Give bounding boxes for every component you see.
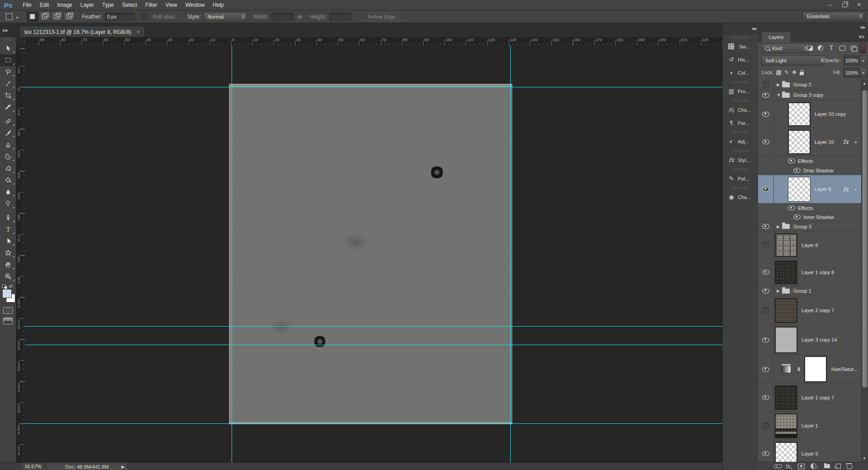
dock-item-styl[interactable]: fxStyl... <box>723 153 759 166</box>
dock-item-par[interactable]: ¶Par... <box>723 116 759 129</box>
layer-row-layer-6[interactable]: Layer 6 <box>758 232 861 259</box>
dock-item-sw[interactable]: Sw... <box>723 40 759 53</box>
layer-filtering-toggle[interactable] <box>859 43 866 53</box>
dock-grip[interactable] <box>732 131 749 133</box>
preset-dropdown-icon[interactable]: ▼ <box>15 16 19 20</box>
canvas-viewport[interactable] <box>25 45 722 462</box>
layer-name[interactable]: Layer 2 copy 7 <box>802 308 834 313</box>
default-colors-icon[interactable] <box>2 285 7 289</box>
horizontal-guide[interactable] <box>25 423 722 424</box>
screen-mode-button[interactable] <box>3 318 13 324</box>
fill-field[interactable]: 100% ▼ <box>844 68 867 78</box>
healing-brush-tool[interactable] <box>0 115 16 127</box>
expand--icon[interactable]: ▶ <box>777 289 782 293</box>
layer-row-hue-satur-[interactable]: 8Hue/Satur... <box>758 355 861 384</box>
scroll-down-icon[interactable]: ▼ <box>862 456 867 461</box>
tab-overflow-icon[interactable]: ▶▶ <box>3 28 8 33</box>
eraser-tool[interactable] <box>0 162 16 174</box>
brush-tool[interactable] <box>0 127 16 139</box>
layer-row-layer-3-copy-14[interactable]: Layer 3 copy 14 <box>758 325 861 355</box>
adjustment-layer-filter-icon[interactable] <box>816 43 825 52</box>
workspace-switcher[interactable]: Essentials ▲▼ <box>803 12 864 21</box>
lock-transparency-icon[interactable] <box>776 70 781 75</box>
visibility-toggle[interactable] <box>758 296 774 324</box>
visibility-toggle[interactable] <box>758 80 774 90</box>
visibility-toggle[interactable] <box>758 90 774 100</box>
layer-row-layer-1-copy-7[interactable]: Layer 1 copy 7 <box>758 384 861 412</box>
visibility-toggle[interactable] <box>758 232 774 258</box>
dock-grip[interactable] <box>732 81 749 83</box>
fx-badge[interactable]: fx <box>843 138 849 145</box>
visibility-toggle[interactable] <box>758 286 774 296</box>
layer-thumbnail[interactable] <box>775 234 797 256</box>
layer-row-effects[interactable]: Effects <box>758 156 861 166</box>
layer-mask-thumbnail[interactable] <box>805 356 826 382</box>
restore-button[interactable] <box>837 0 852 9</box>
collapse-dock-icon[interactable]: ▶▶ <box>861 25 865 29</box>
path-selection-tool[interactable] <box>0 235 16 247</box>
expand--icon[interactable]: ▶ <box>777 82 782 87</box>
visibility-toggle[interactable] <box>758 222 774 231</box>
link-layers-icon[interactable] <box>774 465 779 468</box>
pen-tool[interactable] <box>0 212 16 223</box>
dock-grip[interactable] <box>732 36 749 38</box>
pixel-layer-filter-icon[interactable] <box>805 43 814 52</box>
layer-name[interactable]: Layer 10 <box>815 139 834 145</box>
visibility-toggle[interactable] <box>758 166 801 175</box>
lock-all-icon[interactable] <box>800 70 804 75</box>
layer-thumbnail[interactable] <box>788 103 810 126</box>
hand-tool[interactable] <box>0 259 16 271</box>
layer-row-layer-5[interactable]: Layer 5 <box>758 440 861 462</box>
dock-grip[interactable] <box>732 168 749 171</box>
expand-collapse-icon[interactable]: ▼ <box>777 93 782 97</box>
type-tool[interactable]: T <box>0 223 16 235</box>
new-group-icon[interactable] <box>824 464 830 468</box>
quick-mask-button[interactable] <box>3 307 13 314</box>
swap-colors-icon[interactable]: ⇄ <box>9 284 13 289</box>
rectangular-marquee-tool[interactable] <box>0 54 16 66</box>
layer-name[interactable]: Layer 1 <box>802 423 818 428</box>
dodge-tool[interactable] <box>0 198 16 209</box>
layer-thumbnail[interactable] <box>788 130 810 154</box>
group-row-group-1[interactable]: ▶Group 1 <box>758 286 861 296</box>
layer-name[interactable]: Layer 3 copy 14 <box>802 337 837 342</box>
layer-row-layer-1-copy-8[interactable]: Layer 1 copy 8 <box>758 259 861 286</box>
intersect-selection-button[interactable] <box>63 12 75 22</box>
toolbar-grip[interactable] <box>4 38 12 41</box>
layer-thumbnail[interactable] <box>788 177 810 201</box>
layer-row-drop-shadow[interactable]: Drop Shadow <box>758 166 861 175</box>
visibility-toggle[interactable] <box>758 440 774 462</box>
layer-mask-icon[interactable] <box>798 464 805 469</box>
layer-row-effects[interactable]: Effects <box>758 204 861 213</box>
horizontal-guide[interactable] <box>25 87 722 87</box>
layer-row-layer-10[interactable]: Layer 10fx▲ <box>758 128 861 156</box>
antialias-checkbox[interactable] <box>142 14 148 19</box>
document-canvas[interactable] <box>229 84 512 424</box>
menu-image[interactable]: Image <box>53 0 76 10</box>
shape-layer-filter-icon[interactable] <box>838 43 847 52</box>
layer-name[interactable]: Hue/Satur... <box>831 366 858 372</box>
move-tool[interactable] <box>0 43 16 54</box>
vertical-guide[interactable] <box>510 45 511 462</box>
menu-type[interactable]: Type <box>98 0 118 10</box>
paint-bucket-tool[interactable] <box>0 174 16 186</box>
menu-help[interactable]: Help <box>209 0 228 10</box>
status-flyout-icon[interactable]: ▶ <box>121 465 124 469</box>
layer-thumbnail[interactable] <box>775 299 797 323</box>
adjustment-layer-icon[interactable]: ▾ <box>811 463 818 469</box>
magic-wand-tool[interactable] <box>0 78 16 90</box>
visibility-toggle[interactable] <box>758 355 774 383</box>
dock-item-adj[interactable]: ◐Adj... <box>723 135 759 148</box>
tab-close-icon[interactable]: × <box>137 29 140 35</box>
vertical-guide[interactable] <box>232 45 232 462</box>
layer-thumbnail[interactable] <box>775 414 797 438</box>
scrollbar-thumb[interactable] <box>862 90 868 388</box>
menu-filter[interactable]: Filter <box>141 0 161 10</box>
delete-layer-icon[interactable] <box>847 463 852 469</box>
layer-name[interactable]: Layer 1 copy 8 <box>802 270 834 275</box>
filter-kind-dropdown[interactable]: Kind ▲▼ <box>761 43 809 53</box>
dock-grip[interactable] <box>732 187 749 189</box>
subtract-from-selection-button[interactable] <box>51 12 63 22</box>
minimize-button[interactable]: — <box>823 0 837 9</box>
layer-name[interactable]: Layer 10 copy <box>815 111 846 117</box>
